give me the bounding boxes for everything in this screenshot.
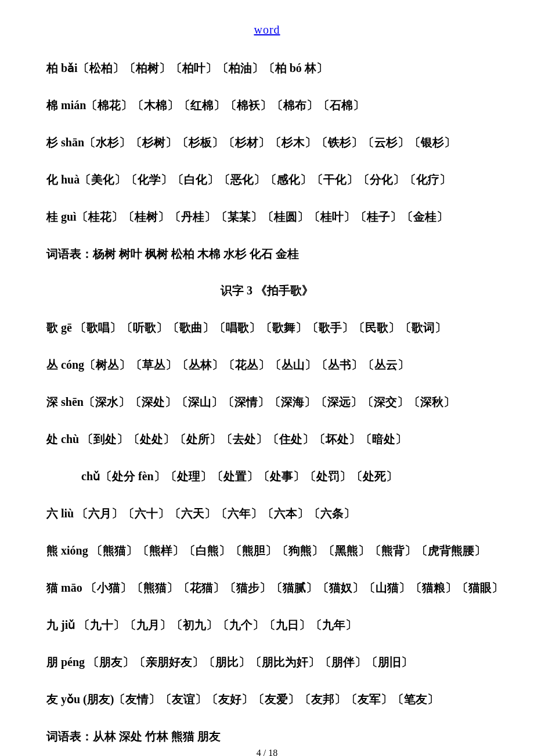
entry-you: 友 yǒu (朋友)〔友情〕〔友谊〕〔友好〕〔友爱〕〔友邦〕〔友军〕〔笔友〕 (46, 691, 488, 707)
header-link-text: word (254, 23, 280, 36)
entry-shan: 杉 shān〔水杉〕〔杉树〕〔杉板〕〔杉材〕〔杉木〕〔铁杉〕〔云杉〕〔银杉〕 (46, 134, 488, 150)
entry-liu: 六 liù 〔六月〕〔六十〕〔六天〕〔六年〕〔六本〕〔六条〕 (46, 505, 488, 521)
entry-hua: 化 huà〔美化〕〔化学〕〔白化〕〔恶化〕〔感化〕〔干化〕〔分化〕〔化疗〕 (46, 171, 488, 188)
entry-peng: 朋 péng 〔朋友〕〔亲朋好友〕〔朋比〕〔朋比为奸〕〔朋伴〕〔朋旧〕 (46, 654, 488, 670)
entry-chu-alt: chǔ〔处分 fèn〕〔处理〕〔处置〕〔处事〕〔处罚〕〔处死〕 (46, 468, 488, 484)
entry-mao: 猫 māo 〔小猫〕〔熊猫〕〔花猫〕〔猫步〕〔猫腻〕〔猫奴〕〔山猫〕〔猫粮〕〔猫… (46, 579, 488, 596)
entry-jiu: 九 jiǔ 〔九十〕〔九月〕〔初九〕〔九个〕〔九日〕〔九年〕 (46, 617, 488, 633)
section-title: 识字 3 《拍手歌》 (46, 283, 488, 298)
entry-gui: 桂 guì〔桂花〕〔桂树〕〔丹桂〕〔某某〕〔桂圆〕〔桂叶〕〔桂子〕〔金桂〕 (46, 208, 488, 225)
entry-xiong: 熊 xióng 〔熊猫〕〔熊样〕〔白熊〕〔熊胆〕〔狗熊〕〔黑熊〕〔熊背〕〔虎背熊… (46, 542, 488, 559)
page-number: 4 / 18 (46, 748, 488, 756)
header-link[interactable]: word (46, 23, 488, 37)
entry-ge: 歌 gē 〔歌唱〕〔听歌〕〔歌曲〕〔唱歌〕〔歌舞〕〔歌手〕〔民歌〕〔歌词〕 (46, 319, 488, 336)
word-list-1: 词语表：杨树 树叶 枫树 松柏 木棉 水杉 化石 金桂 (46, 246, 488, 262)
entry-mian: 棉 mián〔棉花〕〔木棉〕〔红棉〕〔棉袄〕〔棉布〕〔石棉〕 (46, 97, 488, 113)
entry-cong: 丛 cóng〔树丛〕〔草丛〕〔丛林〕〔花丛〕〔丛山〕〔丛书〕〔丛云〕 (46, 357, 488, 373)
word-list-2: 词语表：从林 深处 竹林 熊猫 朋友 (46, 728, 488, 744)
document-page: word 柏 bǎi〔松柏〕〔柏树〕〔柏叶〕〔柏油〕〔柏 bó 林〕 棉 miá… (0, 0, 534, 756)
entry-bai: 柏 bǎi〔松柏〕〔柏树〕〔柏叶〕〔柏油〕〔柏 bó 林〕 (46, 60, 488, 76)
entry-shen: 深 shēn〔深水〕〔深处〕〔深山〕〔深情〕〔深海〕〔深远〕〔深交〕〔深秋〕 (46, 394, 488, 410)
entry-chu: 处 chù 〔到处〕〔处处〕〔处所〕〔去处〕〔住处〕〔坏处〕〔暗处〕 (46, 431, 488, 447)
